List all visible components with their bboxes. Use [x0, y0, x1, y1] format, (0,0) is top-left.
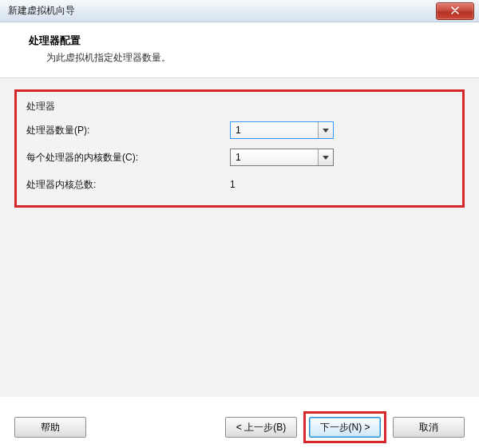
page-title: 处理器配置: [29, 34, 476, 48]
row-cores-per-processor: 每个处理器的内核数量(C): 1: [26, 149, 453, 166]
close-button[interactable]: [436, 2, 474, 20]
dropdown-cores-per-processor[interactable]: 1: [230, 149, 334, 166]
highlight-box: 处理器 处理器数量(P): 1 每个处理器的内核数量(C): 1: [14, 89, 465, 208]
label-processor-count: 处理器数量(P):: [26, 124, 230, 137]
window-title: 新建虚拟机向导: [8, 4, 75, 18]
close-icon: [451, 6, 459, 16]
cancel-button[interactable]: 取消: [393, 417, 465, 438]
next-button-label: 下一步(N) >: [320, 421, 370, 434]
titlebar: 新建虚拟机向导: [0, 0, 479, 22]
header-panel: 处理器配置 为此虚拟机指定处理器数量。: [0, 22, 479, 77]
label-total-cores: 处理器内核总数:: [26, 178, 230, 192]
label-cores-per-processor: 每个处理器的内核数量(C):: [26, 151, 230, 165]
chevron-down-icon: [318, 149, 333, 165]
row-processor-count: 处理器数量(P): 1: [26, 121, 453, 139]
cancel-button-label: 取消: [419, 421, 438, 434]
button-bar: 帮助 < 上一步(B) 下一步(N) > 取消: [0, 411, 479, 443]
content-area: 处理器 处理器数量(P): 1 每个处理器的内核数量(C): 1: [0, 77, 479, 397]
help-button-label: 帮助: [41, 421, 60, 434]
next-highlight: 下一步(N) >: [303, 411, 386, 443]
group-label-processors: 处理器: [26, 100, 453, 113]
row-total-cores: 处理器内核总数: 1: [26, 176, 453, 193]
dropdown-value: 1: [236, 152, 241, 163]
wizard-window: 新建虚拟机向导 处理器配置 为此虚拟机指定处理器数量。 处理器 处理器数量(P)…: [0, 0, 479, 448]
back-button[interactable]: < 上一步(B): [225, 417, 297, 438]
back-button-label: < 上一步(B): [236, 421, 286, 434]
dropdown-value: 1: [236, 125, 241, 136]
next-button[interactable]: 下一步(N) >: [309, 417, 381, 438]
page-subtitle: 为此虚拟机指定处理器数量。: [29, 51, 476, 65]
dropdown-processor-count[interactable]: 1: [230, 121, 334, 139]
help-button[interactable]: 帮助: [14, 417, 86, 438]
chevron-down-icon: [318, 122, 333, 138]
value-total-cores: 1: [230, 179, 236, 190]
